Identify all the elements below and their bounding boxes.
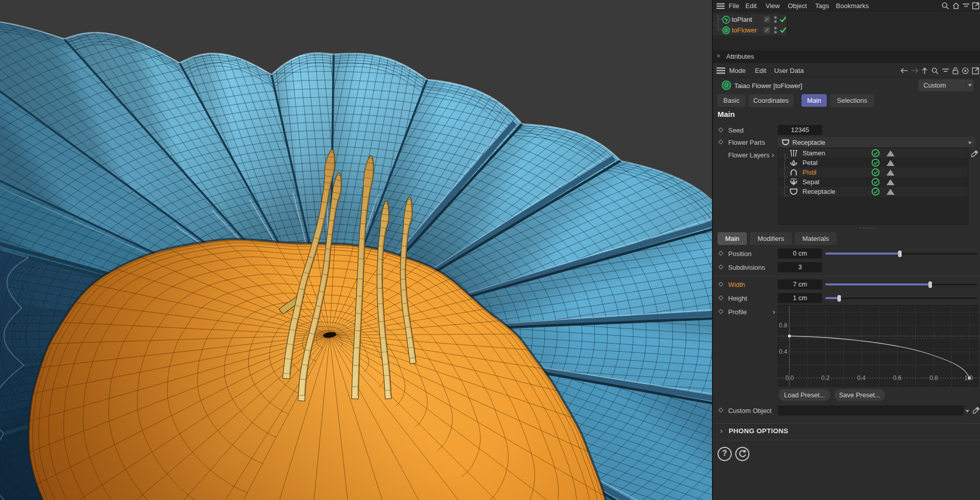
svg-text:0.8: 0.8 bbox=[929, 374, 938, 382]
svg-text:1.0: 1.0 bbox=[964, 374, 973, 382]
svg-text:0.4: 0.4 bbox=[857, 374, 866, 382]
svg-text:0.8: 0.8 bbox=[779, 322, 787, 329]
svg-text:0.0: 0.0 bbox=[785, 374, 794, 382]
svg-text:0.4: 0.4 bbox=[779, 348, 787, 355]
svg-text:0.6: 0.6 bbox=[893, 374, 902, 382]
svg-text:0.2: 0.2 bbox=[821, 374, 830, 382]
